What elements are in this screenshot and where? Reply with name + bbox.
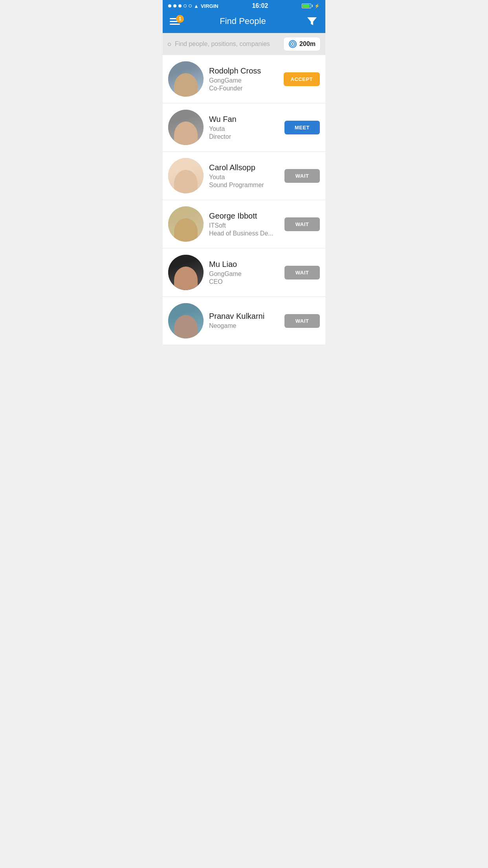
menu-line-3 — [170, 24, 180, 25]
person-role: CEO — [209, 278, 279, 285]
person-role: Co-Founder — [209, 85, 278, 92]
menu-button[interactable]: 1 — [170, 18, 180, 25]
person-company: Youta — [209, 174, 279, 181]
signal-dot-2 — [173, 4, 176, 7]
charging-bolt-icon: ⚡ — [314, 4, 320, 9]
person-info: Wu Fan Youta Director — [209, 115, 279, 140]
person-company: Youta — [209, 125, 279, 132]
search-placeholder-text: Find people, positions, companies — [175, 40, 270, 48]
person-row: Pranav Kulkarni Neogame WAIT — [163, 297, 325, 345]
signal-dot-3 — [178, 4, 182, 7]
status-time: 16:02 — [252, 2, 268, 9]
people-list: Rodolph Cross GongGame Co-Founder ACCEPT… — [163, 55, 325, 345]
page-title: Find People — [220, 16, 266, 26]
action-button-wait[interactable]: WAIT — [284, 314, 320, 328]
filter-icon — [306, 15, 318, 28]
person-name: Pranav Kulkarni — [209, 312, 279, 321]
action-button-accept[interactable]: ACCEPT — [284, 72, 320, 86]
battery-fill — [303, 4, 310, 7]
person-row: Mu Liao GongGame CEO WAIT — [163, 248, 325, 297]
person-row: Rodolph Cross GongGame Co-Founder ACCEPT — [163, 55, 325, 103]
svg-point-2 — [292, 43, 294, 45]
search-icon: ○ — [167, 40, 172, 48]
person-company: Neogame — [209, 322, 279, 329]
carrier-label: VIRGIN — [201, 3, 218, 9]
avatar — [168, 158, 204, 193]
avatar — [168, 303, 204, 338]
status-right: ⚡ — [302, 4, 320, 9]
person-row: George Ibbott ITSoft Head of Business De… — [163, 200, 325, 248]
person-role: Director — [209, 133, 279, 140]
signal-dot-1 — [168, 4, 171, 7]
person-company: GongGame — [209, 270, 279, 278]
person-row: Carol Allsopp Youta Sound Programmer WAI… — [163, 152, 325, 200]
person-info: Rodolph Cross GongGame Co-Founder — [209, 66, 278, 92]
avatar — [168, 110, 204, 145]
status-bar: ▲ VIRGIN 16:02 ⚡ — [163, 0, 325, 11]
person-company: ITSoft — [209, 222, 279, 229]
action-button-wait[interactable]: WAIT — [284, 217, 320, 231]
person-row: Wu Fan Youta Director MEET — [163, 103, 325, 152]
battery-body — [302, 4, 311, 8]
search-input-area[interactable]: ○ Find people, positions, companies — [167, 40, 280, 48]
avatar — [168, 206, 204, 242]
person-name: Rodolph Cross — [209, 66, 278, 75]
status-left: ▲ VIRGIN — [168, 3, 218, 9]
person-name: Mu Liao — [209, 260, 279, 269]
action-button-wait[interactable]: WAIT — [284, 169, 320, 183]
person-info: George Ibbott ITSoft Head of Business De… — [209, 211, 279, 237]
battery-indicator — [302, 4, 313, 8]
radius-label: 200m — [299, 40, 316, 48]
search-bar: ○ Find people, positions, companies 200m — [163, 33, 325, 55]
wifi-icon: ▲ — [194, 3, 199, 9]
target-icon — [288, 40, 297, 48]
battery-tip — [312, 5, 313, 7]
notification-badge: 1 — [176, 15, 184, 23]
person-company: GongGame — [209, 77, 278, 84]
signal-dot-5 — [189, 4, 192, 7]
person-name: Carol Allsopp — [209, 163, 279, 172]
filter-button[interactable] — [306, 15, 318, 28]
person-name: Wu Fan — [209, 115, 279, 124]
person-name: George Ibbott — [209, 211, 279, 221]
person-role: Head of Business De... — [209, 230, 279, 237]
avatar — [168, 61, 204, 97]
person-info: Carol Allsopp Youta Sound Programmer — [209, 163, 279, 189]
radius-button[interactable]: 200m — [283, 37, 321, 51]
action-button-meet[interactable]: MEET — [284, 121, 320, 134]
action-button-wait[interactable]: WAIT — [284, 266, 320, 280]
signal-dot-4 — [183, 4, 187, 7]
person-info: Mu Liao GongGame CEO — [209, 260, 279, 285]
avatar — [168, 255, 204, 290]
person-info: Pranav Kulkarni Neogame — [209, 312, 279, 330]
nav-bar: 1 Find People — [163, 11, 325, 33]
person-role: Sound Programmer — [209, 182, 279, 189]
